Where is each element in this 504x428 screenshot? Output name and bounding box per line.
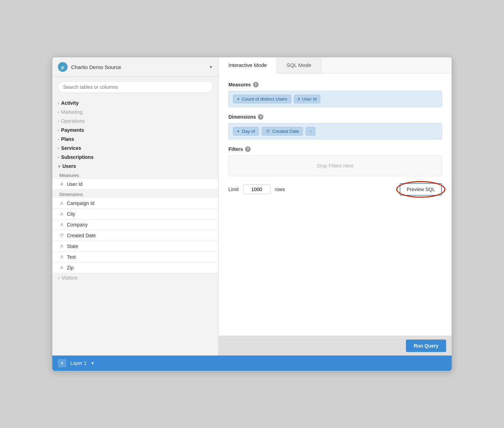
field-city-label: City bbox=[67, 211, 75, 217]
tree-label-users: Users bbox=[62, 163, 76, 169]
tab-interactive-mode[interactable]: Interactive Mode bbox=[219, 57, 277, 74]
clock-icon-created: ⏱ bbox=[59, 233, 64, 238]
clock-icon-dim: ⏱ bbox=[266, 129, 270, 134]
tree-label-subscriptions: Subscriptions bbox=[61, 154, 93, 160]
dimensions-section-label: Dimensions bbox=[52, 190, 218, 198]
dimensions-pill-sort[interactable]: ↑ bbox=[306, 127, 316, 136]
source-selector[interactable]: p Chartio Demo Source bbox=[58, 62, 121, 72]
source-icon: p bbox=[58, 62, 68, 72]
measures-pill-container: ▼ Count of distinct Users # User Id bbox=[228, 91, 442, 107]
add-layer-button[interactable]: + bbox=[58, 359, 66, 367]
limit-input[interactable] bbox=[243, 185, 271, 194]
field-company-label: Company bbox=[67, 222, 88, 228]
dim-sort-label: ↑ bbox=[310, 129, 312, 134]
field-zip[interactable]: A Zip bbox=[52, 263, 218, 273]
dimensions-title: Dimensions ? bbox=[228, 114, 442, 120]
text-icon-campaign: A bbox=[59, 201, 64, 206]
measures-pill-1[interactable]: ▼ Count of distinct Users bbox=[233, 95, 291, 103]
layer-bar: + Layer 1 ▼ bbox=[52, 356, 452, 371]
sidebar-header: p Chartio Demo Source ▼ bbox=[52, 57, 218, 77]
right-panel: Interactive Mode SQL Mode Measures ? ▼ C… bbox=[219, 57, 452, 356]
text-icon-city: A bbox=[59, 212, 64, 216]
tree-label-visitors: Visitors bbox=[62, 275, 78, 281]
field-state-label: State bbox=[67, 243, 78, 249]
tree-item-payments[interactable]: › Payments bbox=[52, 126, 218, 135]
bottom-bar: Run Query bbox=[219, 336, 452, 356]
tree-label-activity: Activity bbox=[61, 100, 79, 106]
field-created-date-label: Created Date bbox=[67, 233, 96, 238]
field-zip-label: Zip bbox=[67, 265, 73, 271]
dimensions-pill-2[interactable]: ⏱ Created Date bbox=[262, 127, 303, 136]
dim-pill2-label: Created Date bbox=[272, 129, 299, 134]
tree-arrow-services: › bbox=[58, 146, 59, 150]
tree-item-services[interactable]: › Services bbox=[52, 144, 218, 153]
tree-arrow-plans: › bbox=[58, 137, 59, 141]
tree-item-activity[interactable]: › Activity bbox=[52, 99, 218, 108]
text-icon-state: A bbox=[59, 244, 64, 249]
tree-arrow-activity: › bbox=[58, 101, 59, 105]
tree-label-plans: Plans bbox=[61, 136, 74, 142]
text-icon-test: A bbox=[59, 255, 64, 259]
tree-arrow-visitors: › bbox=[58, 275, 60, 281]
measures-title: Measures ? bbox=[228, 82, 442, 87]
tree-arrow-subscriptions: › bbox=[58, 155, 59, 159]
pill1-arrow: ▼ bbox=[237, 97, 240, 101]
field-company[interactable]: A Company bbox=[52, 220, 218, 230]
tree-arrow-users: ∨ bbox=[58, 164, 60, 168]
pill2-hash-icon: # bbox=[298, 97, 300, 102]
tree-item-operations[interactable]: › Operations bbox=[52, 117, 218, 126]
main-content: p Chartio Demo Source ▼ › Activity › Mar… bbox=[52, 57, 452, 356]
tab-sql-mode[interactable]: SQL Mode bbox=[277, 57, 321, 73]
dim-pill1-arrow: ▼ bbox=[237, 130, 240, 133]
tree-item-users[interactable]: ∨ Users bbox=[52, 162, 218, 171]
field-user-id-label: User Id bbox=[67, 181, 82, 187]
pill1-label: Count of distinct Users bbox=[242, 96, 287, 102]
text-icon-zip: A bbox=[59, 265, 64, 270]
tree-arrow-payments: › bbox=[58, 128, 59, 132]
dimensions-pill-1[interactable]: ▼ Day of bbox=[233, 127, 259, 136]
tree-arrow-marketing: › bbox=[58, 110, 59, 114]
tree-label-operations: Operations bbox=[61, 118, 85, 124]
panel-content: Measures ? ▼ Count of distinct Users # U… bbox=[219, 74, 452, 336]
field-city[interactable]: A City bbox=[52, 209, 218, 220]
dimensions-pill-container: ▼ Day of ⏱ Created Date ↑ bbox=[228, 123, 442, 139]
run-query-button[interactable]: Run Query bbox=[406, 340, 446, 352]
field-user-id[interactable]: # User Id bbox=[52, 179, 218, 190]
filters-drop-zone[interactable]: Drop Filters Here bbox=[228, 155, 442, 176]
tree-label-services: Services bbox=[61, 145, 81, 151]
hash-icon: # bbox=[59, 182, 64, 187]
sidebar: p Chartio Demo Source ▼ › Activity › Mar… bbox=[52, 57, 219, 356]
tree-item-marketing[interactable]: › Marketing bbox=[52, 108, 218, 117]
field-state[interactable]: A State bbox=[52, 241, 218, 252]
field-test[interactable]: A Test bbox=[52, 252, 218, 263]
source-name: Chartio Demo Source bbox=[71, 64, 121, 70]
dimensions-help-icon[interactable]: ? bbox=[258, 114, 263, 120]
field-campaign-id[interactable]: A Campaign Id bbox=[52, 198, 218, 209]
field-campaign-id-label: Campaign Id bbox=[67, 200, 94, 206]
dim-pill1-label: Day of bbox=[242, 129, 255, 134]
measures-pill-2[interactable]: # User Id bbox=[294, 95, 321, 103]
measures-help-icon[interactable]: ? bbox=[253, 82, 259, 87]
source-dropdown-arrow[interactable]: ▼ bbox=[209, 65, 213, 69]
tree-item-visitors[interactable]: › Visitors bbox=[52, 273, 218, 282]
search-input[interactable] bbox=[58, 81, 213, 93]
measures-section-label: Measures bbox=[52, 171, 218, 179]
app-window: p Chartio Demo Source ▼ › Activity › Mar… bbox=[52, 57, 452, 371]
tree-item-plans[interactable]: › Plans bbox=[52, 135, 218, 144]
filters-help-icon[interactable]: ? bbox=[245, 146, 251, 152]
preview-sql-button[interactable]: Preview SQL bbox=[400, 183, 442, 196]
rows-label: rows bbox=[275, 187, 285, 192]
limit-label: Limit bbox=[228, 187, 239, 192]
pill2-label: User Id bbox=[302, 96, 316, 102]
field-created-date[interactable]: ⏱ Created Date bbox=[52, 230, 218, 241]
limit-row: Limit rows Preview SQL bbox=[228, 183, 442, 196]
search-container bbox=[52, 77, 218, 97]
layer-dropdown-arrow[interactable]: ▼ bbox=[91, 361, 95, 365]
tree-label-marketing: Marketing bbox=[61, 109, 82, 115]
field-test-label: Test bbox=[67, 254, 76, 260]
tree-arrow-operations: › bbox=[58, 119, 59, 123]
tabs-bar: Interactive Mode SQL Mode bbox=[219, 57, 452, 74]
filters-title: Filters ? bbox=[228, 146, 442, 152]
tree-item-subscriptions[interactable]: › Subscriptions bbox=[52, 153, 218, 162]
tree-label-payments: Payments bbox=[61, 127, 84, 133]
